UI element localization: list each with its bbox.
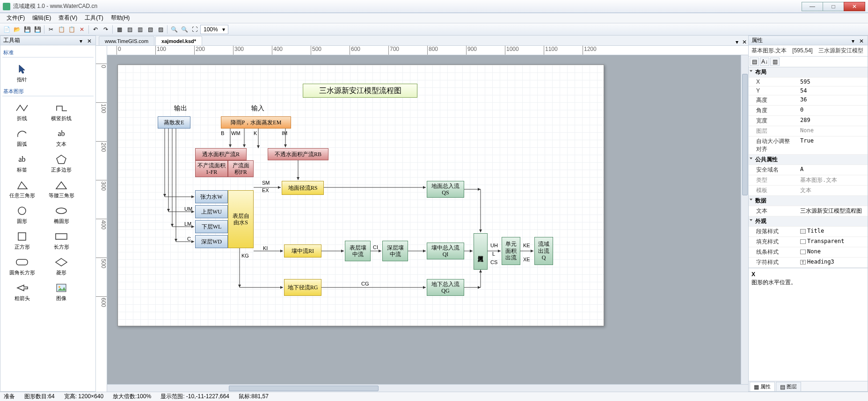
layout3-icon[interactable]: ▥ xyxy=(135,25,145,34)
prop-row[interactable]: 段落样式Title xyxy=(749,227,868,237)
prop-row[interactable]: X595 xyxy=(749,78,868,86)
redo-icon[interactable]: ↷ xyxy=(101,25,110,34)
layout1-icon[interactable]: ▦ xyxy=(115,25,124,34)
node-imperm[interactable]: 不透水面积产流RB xyxy=(268,148,328,160)
prop-category[interactable]: 数据 xyxy=(749,196,868,206)
prop-row[interactable]: 角度0 xyxy=(749,106,868,116)
prop-row[interactable]: 自动大小调整对齐True xyxy=(749,136,868,155)
delete-icon[interactable]: ✕ xyxy=(77,25,87,34)
prop-row[interactable]: 线条样式None xyxy=(749,247,868,258)
node-upMid[interactable]: 表层壤中流 xyxy=(345,241,371,261)
prop-row[interactable]: 高度36 xyxy=(749,95,868,106)
prop-row[interactable]: 图层None xyxy=(749,126,868,136)
horizontal-scrollbar[interactable] xyxy=(107,384,748,392)
toolbox-item-roundrect[interactable]: 圆角长方形 xyxy=(2,253,42,279)
fit-icon[interactable]: ⛶ xyxy=(190,25,199,34)
prop-pages-icon[interactable]: ▥ xyxy=(770,57,780,66)
toolbox-item-square[interactable]: 正方形 xyxy=(2,228,42,253)
toolbox-item-text[interactable]: ab文本 xyxy=(42,125,81,150)
prop-row[interactable]: 字符样式THeading3 xyxy=(749,258,868,268)
tab-menu-icon[interactable]: ▾ xyxy=(733,39,741,45)
undo-icon[interactable]: ↶ xyxy=(91,25,100,34)
menu-item[interactable]: 帮助(H) xyxy=(107,14,134,22)
document-tab[interactable]: xajmodel.ksd* xyxy=(155,36,202,45)
open-icon[interactable]: 📂 xyxy=(12,25,22,34)
toolbox-item-tri-iso[interactable]: 等腰三角形 xyxy=(42,176,81,202)
menu-item[interactable]: 编辑(E) xyxy=(29,14,55,22)
node-unit[interactable]: 单元面积出流 xyxy=(502,237,520,265)
layout4-icon[interactable]: ▧ xyxy=(146,25,155,34)
node-freeS[interactable]: 表层自由水S xyxy=(228,190,254,248)
menu-item[interactable]: 工具(T) xyxy=(81,14,107,22)
toolbox-item-pointer[interactable]: 指针 xyxy=(2,60,42,86)
saveall-icon[interactable]: 💾 xyxy=(33,25,42,34)
toolbox-item-polygon[interactable]: 正多边形 xyxy=(42,150,81,176)
layout5-icon[interactable]: ▨ xyxy=(156,25,165,34)
toolbox-item-rect[interactable]: 长方形 xyxy=(42,228,81,253)
zoomout-icon[interactable]: 🔍 xyxy=(180,25,189,34)
maximize-button[interactable]: □ xyxy=(823,2,844,11)
pin-icon[interactable]: ▾ xyxy=(80,38,85,43)
menu-item[interactable]: 查看(V) xyxy=(55,14,81,22)
node-ri[interactable]: 壤中流RI xyxy=(284,244,321,258)
toolbox-item-circle[interactable]: 圆形 xyxy=(2,202,42,228)
node-deepMid[interactable]: 深层壤中流 xyxy=(382,241,408,261)
paste-icon[interactable]: 📋 xyxy=(67,25,76,34)
node-wl[interactable]: 下层WL xyxy=(195,220,228,233)
panel-tab[interactable]: ▤图层 xyxy=(776,382,801,391)
node-rg[interactable]: 地下径流RG xyxy=(284,279,321,296)
canvas[interactable]: 三水源新安江模型流程图输出输入蒸散发E降雨P，水面蒸发EM透水面积产流R不透水面… xyxy=(107,55,741,384)
selected-object-header[interactable]: 基本图形.文本 [595,54] 三水源新安江模型 xyxy=(749,45,868,57)
prop-row[interactable]: Y54 xyxy=(749,86,868,95)
toolbox-item-image[interactable]: 图像 xyxy=(42,279,81,305)
toolbox-item-arrow[interactable]: 粗箭头 xyxy=(2,279,42,305)
node-rain[interactable]: 降雨P，水面蒸发EM xyxy=(221,116,291,129)
node-qg[interactable]: 地下总入流QG xyxy=(427,279,464,296)
node-zW[interactable]: 张力水W xyxy=(195,190,228,203)
prop-row[interactable]: 模板文本 xyxy=(749,186,868,196)
zoomin-icon[interactable]: 🔍 xyxy=(169,25,179,34)
diagram-title[interactable]: 三水源新安江模型流程图 xyxy=(303,84,417,98)
node-wu[interactable]: 上层WU xyxy=(195,205,228,218)
toolbox-item-tri-any[interactable]: 任意三角形 xyxy=(2,176,42,202)
node-fr0[interactable]: 不产流面积1-FR xyxy=(195,160,228,177)
new-icon[interactable]: 📄 xyxy=(2,25,11,34)
toolbox-item-polyline[interactable]: 折线 xyxy=(2,99,42,125)
toolbox-item-ellipse[interactable]: 椭圆形 xyxy=(42,202,81,228)
panel-tab[interactable]: ▦属性 xyxy=(750,382,775,391)
alpha-sort-icon[interactable]: A↓ xyxy=(760,57,769,66)
drawing-paper[interactable]: 三水源新安江模型流程图输出输入蒸散发E降雨P，水面蒸发EM透水面积产流R不透水面… xyxy=(117,64,604,326)
save-icon[interactable]: 💾 xyxy=(22,25,32,34)
close-button[interactable]: ✕ xyxy=(844,2,865,11)
toolbox-item-diamond[interactable]: 菱形 xyxy=(42,253,81,279)
toolbox-item-label[interactable]: ab标签 xyxy=(2,150,42,176)
prop-category[interactable]: 外观 xyxy=(749,216,868,227)
prop-row[interactable]: 宽度289 xyxy=(749,116,868,126)
node-perm[interactable]: 透水面积产流R xyxy=(195,148,247,160)
prop-row[interactable]: 类型基本图形.文本 xyxy=(749,175,868,186)
minimize-button[interactable]: — xyxy=(802,2,823,11)
node-fr1[interactable]: 产流面积FR xyxy=(228,160,254,177)
zoom-combo[interactable]: 100%▾ xyxy=(200,25,228,34)
prop-row[interactable]: 填充样式Transparent xyxy=(749,237,868,247)
layout2-icon[interactable]: ▤ xyxy=(125,25,134,34)
node-surfRS[interactable]: 地面径流RS xyxy=(282,181,324,195)
node-q[interactable]: 流域出流Q xyxy=(534,237,553,265)
tab-close-icon[interactable]: ✕ xyxy=(741,39,748,45)
toolbox-item-hv-polyline[interactable]: 横竖折线 xyxy=(42,99,81,125)
node-qs[interactable]: 地面总入流QS xyxy=(427,181,464,198)
node-qi[interactable]: 壤中总入流QI xyxy=(427,243,464,259)
panel-close-icon[interactable]: ✕ xyxy=(859,38,865,43)
node-wd[interactable]: 深层WD xyxy=(195,235,228,248)
panel-close-icon[interactable]: ✕ xyxy=(87,38,93,43)
prop-row[interactable]: 文本三水源新安江模型流程图 xyxy=(749,206,868,216)
prop-row[interactable]: 安全域名A xyxy=(749,165,868,175)
toolbox-item-arc[interactable]: 圆弧 xyxy=(2,125,42,150)
menu-item[interactable]: 文件(F) xyxy=(3,14,29,22)
node-net[interactable]: 河网总入流 xyxy=(474,233,488,270)
pin-icon[interactable]: ▾ xyxy=(852,38,857,43)
prop-category[interactable]: 布局 xyxy=(749,67,868,78)
document-tab[interactable]: www.TimeGIS.com xyxy=(99,36,154,45)
prop-category[interactable]: 公共属性 xyxy=(749,155,868,165)
copy-icon[interactable]: 📋 xyxy=(57,25,66,34)
